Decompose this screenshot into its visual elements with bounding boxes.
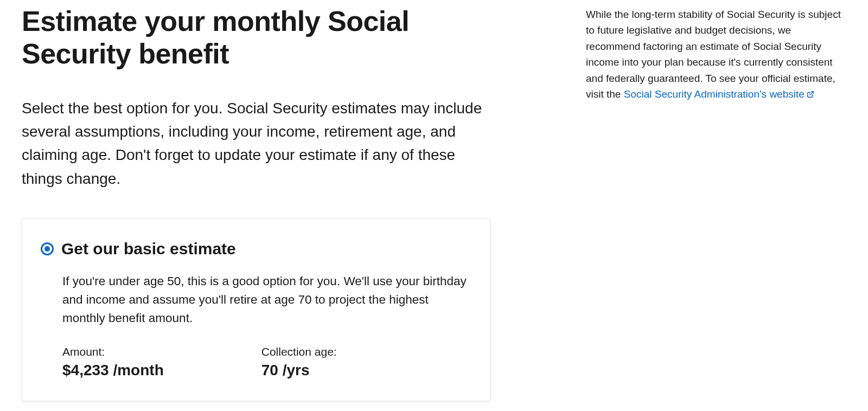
page-title: Estimate your monthly Social Security be…	[22, 5, 521, 70]
amount-label: Amount:	[62, 345, 164, 358]
collection-age-label: Collection age:	[261, 345, 337, 358]
aside-text: While the long-term stability of Social …	[586, 7, 846, 103]
collection-age-stat: Collection age: 70 /yrs	[261, 345, 337, 379]
amount-value: $4,233 /month	[62, 362, 164, 379]
aside-text-body: While the long-term stability of Social …	[586, 9, 841, 100]
external-link-icon	[807, 87, 814, 102]
page-subtitle: Select the best option for you. Social S…	[22, 97, 494, 191]
option-title: Get our basic estimate	[61, 240, 236, 258]
collection-age-value: 70 /yrs	[261, 362, 337, 379]
svg-line-0	[810, 92, 813, 95]
option-description: If you're under age 50, this is a good o…	[62, 272, 468, 327]
ssa-website-link[interactable]: Social Security Administration's website	[624, 88, 814, 100]
basic-estimate-card[interactable]: Get our basic estimate If you're under a…	[22, 219, 490, 401]
radio-selected-icon[interactable]	[41, 242, 54, 255]
amount-stat: Amount: $4,233 /month	[62, 345, 164, 379]
